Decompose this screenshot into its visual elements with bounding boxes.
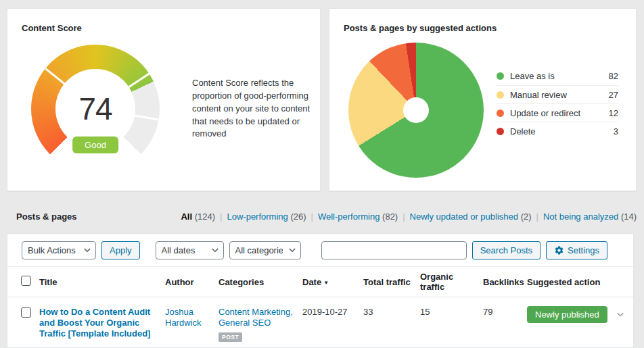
legend-label: Delete [510, 126, 614, 136]
legend-label: Update or redirect [510, 108, 609, 118]
legend-dot-red-icon [497, 128, 504, 135]
settings-label: Settings [568, 245, 599, 255]
suggested-actions-donut-chart [348, 43, 484, 178]
suggested-action-badge[interactable]: Newly published [527, 306, 607, 323]
legend-item-leave-as-is: Leave as is 82 [497, 67, 618, 85]
select-all-checkbox[interactable] [21, 276, 31, 286]
categories-link[interactable]: Content Marketing, General SEO [218, 307, 293, 328]
expand-row-chevron-down-icon[interactable] [616, 309, 625, 321]
donut-hole [403, 97, 429, 123]
search-input[interactable] [321, 241, 467, 259]
post-title-link[interactable]: How to Do a Content Audit and Boost Your… [39, 307, 160, 339]
legend-value: 27 [609, 90, 618, 100]
post-type-badge: POST [218, 332, 242, 342]
content-score-card: Content Score 74 Good Content Score refl… [7, 8, 321, 191]
column-header-total-traffic[interactable]: Total traffic [363, 267, 420, 297]
content-score-value: 74 [31, 91, 160, 127]
suggested-actions-card: Posts & pages by suggested actions Leave… [329, 8, 637, 191]
posts-table: Title Author Categories Date▼ Total traf… [7, 267, 633, 347]
filter-tab-newly-updated[interactable]: Newly updated or published (2) [410, 212, 543, 222]
legend-label: Leave as is [510, 71, 609, 81]
search-group: Search Posts Settings [321, 241, 607, 259]
legend-value: 3 [614, 126, 618, 136]
content-score-description: Content Score reflects the proportion of… [192, 77, 315, 141]
posts-table-card: Bulk Actions Apply All dates All categor… [7, 233, 634, 348]
legend-dot-yellow-icon [497, 91, 504, 99]
column-header-categories[interactable]: Categories [218, 267, 302, 297]
legend-value: 12 [609, 108, 618, 118]
column-header-date[interactable]: Date▼ [302, 267, 363, 297]
content-score-status-badge: Good [72, 136, 118, 153]
dates-select-wrap: All dates [145, 241, 224, 259]
legend-dot-green-icon [497, 72, 504, 80]
categories-select-wrap: All categories [229, 241, 301, 259]
bulk-actions-select-wrap: Bulk Actions [22, 241, 96, 259]
backlinks-value: 79 [483, 297, 527, 348]
legend-item-delete: Delete 3 [497, 122, 618, 140]
dates-select[interactable]: All dates [156, 241, 224, 259]
bulk-actions-select[interactable]: Bulk Actions [22, 241, 96, 259]
column-header-title[interactable]: Title [39, 267, 165, 297]
column-header-suggested-action[interactable]: Suggested action [527, 267, 616, 297]
settings-button[interactable]: Settings [546, 241, 607, 259]
filter-tab-well-performing[interactable]: Well-performing (82) [318, 212, 410, 222]
donut-legend: Leave as is 82 Manual review 27 Update o… [497, 67, 618, 140]
row-checkbox[interactable] [21, 307, 31, 318]
filter-tab-all[interactable]: All (124) [181, 212, 227, 222]
search-posts-button[interactable]: Search Posts [472, 241, 540, 259]
sort-desc-icon: ▼ [323, 280, 329, 286]
suggested-actions-title: Posts & pages by suggested actions [344, 23, 497, 33]
table-row: How to Do a Content Audit and Boost Your… [7, 297, 633, 348]
legend-item-manual-review: Manual review 27 [497, 85, 618, 103]
apply-button[interactable]: Apply [101, 241, 140, 259]
table-header-row: Title Author Categories Date▼ Total traf… [7, 267, 633, 297]
content-score-title: Content Score [22, 23, 82, 33]
legend-dot-orange-icon [497, 109, 504, 117]
column-header-backlinks[interactable]: Backlinks [483, 267, 527, 297]
table-toolbar: Bulk Actions Apply All dates All categor… [7, 234, 633, 267]
posts-pages-section-title: Posts & pages [16, 212, 77, 222]
content-score-gauge: 74 Good [31, 45, 160, 173]
ahrefs-seo-dashboard: Content Score 74 Good Content Score refl… [0, 0, 644, 348]
total-traffic-value: 33 [363, 297, 420, 348]
filter-tab-not-analyzed[interactable]: Not being analyzed (14) [543, 212, 637, 222]
legend-value: 82 [609, 71, 618, 81]
author-link[interactable]: Joshua Hardwick [165, 307, 201, 328]
gear-icon [554, 245, 564, 255]
categories-select[interactable]: All categories [229, 241, 301, 259]
filter-tabs: All (124) Low-performing (26) Well-perfo… [181, 212, 637, 222]
organic-traffic-value: 15 [420, 297, 483, 348]
column-header-author[interactable]: Author [165, 267, 218, 297]
post-date: 2019-10-27 [302, 297, 363, 348]
column-header-organic-traffic[interactable]: Organic traffic [420, 267, 483, 297]
legend-item-update-or-redirect: Update or redirect 12 [497, 103, 618, 122]
filter-tab-low-performing[interactable]: Low-performing (26) [227, 212, 317, 222]
posts-pages-section-bar: Posts & pages All (124) Low-performing (… [16, 207, 637, 226]
legend-label: Manual review [510, 90, 609, 100]
